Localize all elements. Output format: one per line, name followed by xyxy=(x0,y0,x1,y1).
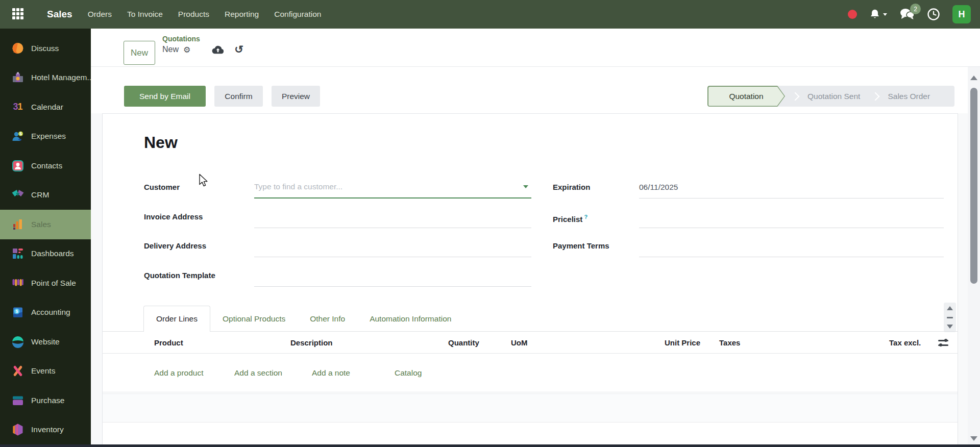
odoo-app-window: Sales Orders To Invoice Products Reporti… xyxy=(0,0,980,447)
sidebar-item-events[interactable]: Events xyxy=(0,357,91,386)
sidebar-item-hotel-management[interactable]: Hotel Managem... xyxy=(0,63,91,93)
sidebar-item-label: Hotel Managem... xyxy=(31,73,93,82)
sidebar-item-label: Sales xyxy=(31,220,51,229)
catalog-link[interactable]: Catalog xyxy=(395,354,422,392)
quotation-template-input[interactable] xyxy=(254,264,531,287)
chevron-right-icon xyxy=(791,92,800,101)
status-step-sales-order[interactable]: Sales Order xyxy=(883,92,935,101)
sidebar-item-label: Point of Sale xyxy=(31,279,76,288)
menu-item-to-invoice[interactable]: To Invoice xyxy=(127,10,163,19)
preview-button[interactable]: Preview xyxy=(272,86,320,107)
apps-grid-icon[interactable] xyxy=(12,8,24,20)
svg-text:$: $ xyxy=(15,309,18,314)
menu-item-reporting[interactable]: Reporting xyxy=(225,10,259,19)
scroll-up-icon[interactable] xyxy=(947,306,953,310)
vertical-scrollbar[interactable] xyxy=(968,67,980,444)
activities-button[interactable] xyxy=(927,8,940,21)
tab-optional-products[interactable]: Optional Products xyxy=(210,306,298,332)
breadcrumb-parent-link[interactable]: Quotations xyxy=(162,35,243,43)
new-record-button[interactable]: New xyxy=(124,41,155,65)
sidebar-item-label: Events xyxy=(31,366,55,376)
chevron-down-icon[interactable] xyxy=(523,185,528,188)
status-step-quotation-sent[interactable]: Quotation Sent xyxy=(802,92,865,101)
sales-icon xyxy=(11,217,24,231)
scrollbar-up-arrow[interactable] xyxy=(970,76,977,80)
column-taxes: Taxes xyxy=(719,332,740,354)
column-tax-excl: Tax excl. xyxy=(889,332,921,354)
messages-button[interactable]: 2 xyxy=(899,8,915,21)
gear-icon[interactable]: ⚙ xyxy=(183,45,190,55)
sidebar-item-crm[interactable]: CRM xyxy=(0,181,91,210)
taskbar-edge xyxy=(0,444,980,447)
website-icon xyxy=(11,335,24,349)
scroll-down-icon[interactable] xyxy=(947,325,953,329)
payment-terms-input[interactable] xyxy=(639,235,944,257)
menu-item-configuration[interactable]: Configuration xyxy=(274,10,321,19)
notebook-tabs: Order Lines Optional Products Other Info… xyxy=(143,306,463,332)
top-navbar: Sales Orders To Invoice Products Reporti… xyxy=(0,0,980,29)
sidebar-item-label: CRM xyxy=(31,190,49,200)
scrollbar-thumb[interactable] xyxy=(970,88,977,284)
contacts-icon xyxy=(11,159,24,172)
column-product: Product xyxy=(154,332,183,354)
chevron-down-icon xyxy=(883,13,887,16)
sheet-footer-area xyxy=(103,423,958,444)
user-avatar[interactable]: H xyxy=(952,5,971,23)
main-menu: Orders To Invoice Products Reporting Con… xyxy=(88,10,322,19)
sidebar-item-contacts[interactable]: Contacts xyxy=(0,151,91,181)
purchase-icon xyxy=(11,393,24,407)
sidebar-item-label: Accounting xyxy=(31,308,70,317)
status-step-quotation[interactable]: Quotation xyxy=(707,86,785,107)
tab-other-info[interactable]: Other Info xyxy=(298,306,357,332)
sidebar-item-label: Calendar xyxy=(31,103,63,112)
sidebar-item-point-of-sale[interactable]: Point of Sale xyxy=(0,268,91,298)
events-icon xyxy=(11,364,24,378)
sidebar-item-inventory[interactable]: Inventory xyxy=(0,415,91,445)
sidebar-item-expenses[interactable]: $ Expenses xyxy=(0,122,91,152)
expenses-icon: $ xyxy=(11,130,24,143)
column-unit-price: Unit Price xyxy=(665,332,700,354)
list-scroller-widget xyxy=(944,303,956,332)
svg-text:$: $ xyxy=(19,131,22,136)
cloud-upload-icon[interactable] xyxy=(212,45,224,54)
sidebar-item-dashboards[interactable]: Dashboards xyxy=(0,239,91,269)
scrollbar-down-arrow[interactable] xyxy=(970,436,977,441)
app-brand[interactable]: Sales xyxy=(47,9,72,20)
sidebar-item-label: Discuss xyxy=(31,44,59,53)
accounting-icon: $ xyxy=(11,306,24,319)
add-a-product-link[interactable]: Add a product xyxy=(154,354,204,392)
add-a-section-link[interactable]: Add a section xyxy=(234,354,282,392)
help-icon[interactable]: ? xyxy=(584,214,587,220)
optional-columns-icon[interactable] xyxy=(938,339,948,347)
notifications-button[interactable] xyxy=(869,9,887,20)
invoice-address-input[interactable] xyxy=(254,206,531,228)
breadcrumb: Quotations New ⚙ ↺ xyxy=(162,35,243,55)
discuss-icon xyxy=(11,41,24,55)
customer-placeholder: Type to find a customer... xyxy=(254,182,342,191)
inventory-icon xyxy=(11,423,24,437)
delivery-address-input[interactable] xyxy=(254,235,531,257)
calendar-icon: 31 xyxy=(11,100,24,114)
crm-icon xyxy=(11,188,24,202)
tab-order-lines[interactable]: Order Lines xyxy=(143,306,210,332)
sidebar-item-label: Purchase xyxy=(31,396,64,405)
sidebar-item-accounting[interactable]: $ Accounting xyxy=(0,298,91,328)
sidebar-item-sales[interactable]: Sales xyxy=(0,210,91,239)
sidebar-item-discuss[interactable]: Discuss xyxy=(0,34,91,63)
add-a-note-link[interactable]: Add a note xyxy=(312,354,350,392)
sidebar-item-purchase[interactable]: Purchase xyxy=(0,386,91,415)
menu-item-products[interactable]: Products xyxy=(178,10,209,19)
send-by-email-button[interactable]: Send by Email xyxy=(124,86,206,107)
sidebar-item-website[interactable]: Website xyxy=(0,327,91,357)
undo-icon[interactable]: ↺ xyxy=(234,44,243,55)
sidebar-item-label: Dashboards xyxy=(31,249,74,258)
column-quantity: Quantity xyxy=(448,332,479,354)
tab-automation-information[interactable]: Automation Information xyxy=(357,306,463,332)
empty-list-area xyxy=(103,393,958,423)
menu-item-orders[interactable]: Orders xyxy=(88,10,112,19)
sidebar-item-calendar[interactable]: 31 Calendar xyxy=(0,92,91,122)
confirm-button[interactable]: Confirm xyxy=(214,86,263,107)
customer-input[interactable]: Type to find a customer... xyxy=(254,176,531,198)
expiration-input[interactable]: 06/11/2025 xyxy=(639,176,944,198)
pricelist-input[interactable] xyxy=(639,206,944,228)
